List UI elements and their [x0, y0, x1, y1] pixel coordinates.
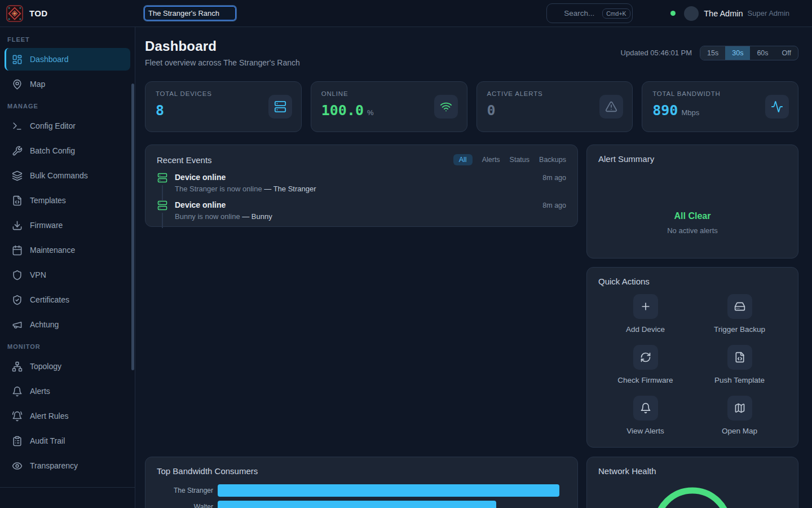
bandwidth-bar	[218, 484, 559, 497]
refresh-option-off[interactable]: Off	[775, 46, 798, 60]
sidebar-item-achtung[interactable]: Achtung	[5, 313, 130, 336]
shield-icon	[12, 270, 23, 281]
event-title: Device online	[175, 200, 226, 209]
server-icon	[274, 100, 286, 113]
sidebar-item-map[interactable]: Map	[5, 73, 130, 95]
stat-card-active-alerts: ACTIVE ALERTS0	[476, 81, 633, 132]
bandwidth-chart: The StrangerWalter	[157, 484, 566, 508]
stat-card-total-bandwidth: TOTAL BANDWIDTH890Mbps	[642, 81, 798, 132]
quick-action-view-alerts[interactable]: View Alerts	[598, 396, 692, 435]
quick-action-push-template[interactable]: Push Template	[692, 345, 787, 384]
event-timeline-line	[162, 185, 163, 200]
sidebar-item-bulk-commands[interactable]: Bulk Commands	[5, 164, 130, 187]
theme-toggle-sun-icon[interactable]	[647, 8, 657, 19]
event-description-text: Bunny is now online	[175, 212, 242, 221]
sidebar-item-label: Achtung	[30, 320, 59, 329]
event-device-name: — The Stranger	[264, 185, 316, 193]
quick-action-label: Add Device	[626, 325, 665, 334]
sidebar-item-templates[interactable]: Templates	[5, 189, 130, 212]
quick-action-trigger-backup[interactable]: Trigger Backup	[692, 294, 787, 334]
event-device-name: — Bunny	[242, 212, 272, 221]
layers-icon	[12, 170, 23, 181]
shield-check-icon	[12, 295, 23, 305]
quick-action-check-firmware[interactable]: Check Firmware	[598, 345, 692, 384]
stat-suffix: %	[367, 108, 374, 117]
sidebar-item-transparency[interactable]: Transparency	[5, 454, 130, 477]
megaphone-icon	[12, 319, 23, 330]
chevron-left-icon	[63, 493, 72, 502]
sidebar-item-config-editor[interactable]: Config Editor	[5, 115, 130, 137]
sidebar-item-label: Alert Rules	[30, 411, 68, 421]
user-icon	[687, 10, 695, 17]
quick-actions-title: Quick Actions	[598, 277, 650, 286]
event-title: Device online	[175, 173, 226, 182]
sidebar-scrollbar[interactable]	[131, 84, 134, 370]
sidebar-item-certificates[interactable]: Certificates	[5, 288, 130, 311]
sidebar-item-firmware[interactable]: Firmware	[5, 214, 130, 237]
network-health-gauge: 100	[598, 484, 787, 508]
quick-action-add-device[interactable]: Add Device	[598, 294, 692, 334]
clipboard-list-icon	[12, 436, 23, 446]
refresh-option-15s[interactable]: 15s	[700, 46, 725, 60]
network-icon	[12, 361, 23, 372]
sidebar-item-maintenance[interactable]: Maintenance	[5, 239, 130, 261]
sidebar-item-audit-trail[interactable]: Audit Trail	[5, 430, 130, 452]
bell-ring-icon	[12, 411, 23, 422]
map-icon	[734, 402, 745, 414]
event-line1: Device online8m ago	[175, 173, 566, 182]
sidebar-collapse-button[interactable]	[0, 487, 135, 508]
recent-events-card: Recent Events AllAlertsStatusBackups Dev…	[145, 144, 578, 227]
quick-action-label: Trigger Backup	[714, 325, 765, 334]
sidebar-section-label-manage: MANAGE	[5, 103, 130, 110]
refresh-option-30s[interactable]: 30s	[725, 46, 750, 60]
sidebar-item-vpn[interactable]: VPN	[5, 264, 130, 286]
quick-action-icon-well	[727, 294, 752, 319]
sidebar-nav: FLEETDashboardMapMANAGEConfig EditorBatc…	[5, 36, 130, 477]
user-name: The Admin	[704, 9, 743, 18]
sidebar-item-topology[interactable]: Topology	[5, 355, 130, 378]
sidebar-item-batch-config[interactable]: Batch Config	[5, 139, 130, 162]
chevron-down-icon	[795, 9, 804, 17]
quick-action-icon-well	[633, 396, 658, 421]
event-tab-alerts[interactable]: Alerts	[482, 156, 500, 164]
event-rail	[157, 173, 167, 200]
chevron-down-icon	[223, 10, 231, 17]
event-row: Device online8m agoThe Stranger is now o…	[157, 173, 566, 200]
user-menu[interactable]: The Admin Super Admin	[699, 9, 804, 18]
stat-icon-well	[599, 95, 623, 119]
bandwidth-device-label: The Stranger	[157, 487, 218, 494]
sidebar-item-label: Bulk Commands	[30, 171, 88, 180]
bandwidth-bar-track	[218, 501, 566, 508]
app-brand: TOD	[0, 5, 135, 22]
event-tab-all[interactable]: All	[453, 154, 473, 165]
bandwidth-device-label: Walter	[157, 503, 218, 508]
eye-icon	[12, 461, 23, 471]
event-body: Device online8m agoBunny is now online —…	[175, 200, 566, 228]
sidebar-item-label: Alerts	[30, 387, 50, 396]
quick-action-label: View Alerts	[626, 427, 664, 435]
recent-events-title: Recent Events	[157, 155, 212, 165]
search-icon	[552, 9, 561, 17]
quick-action-icon-well	[633, 345, 658, 370]
sidebar-item-alerts[interactable]: Alerts	[5, 380, 130, 402]
ranch-selector[interactable]: The Stranger's Ranch	[144, 6, 236, 20]
sidebar-item-dashboard[interactable]: Dashboard	[5, 48, 130, 71]
alert-status-text: All Clear	[674, 211, 711, 221]
search-input[interactable]	[564, 9, 599, 17]
check-circle-icon	[679, 178, 705, 204]
sidebar-item-label: Dashboard	[30, 55, 69, 64]
sidebar-item-alert-rules[interactable]: Alert Rules	[5, 405, 130, 427]
event-description: The Stranger is now online — The Strange…	[175, 185, 566, 193]
server-icon	[157, 173, 167, 183]
avatar[interactable]	[684, 6, 699, 21]
event-tab-status[interactable]: Status	[510, 156, 529, 164]
network-health-card: Network Health 100	[586, 457, 798, 508]
sidebar-item-label: VPN	[30, 270, 46, 279]
event-tab-backups[interactable]: Backups	[539, 156, 566, 164]
alert-summary-title: Alert Summary	[598, 154, 787, 164]
quick-action-open-map[interactable]: Open Map	[692, 396, 787, 435]
refresh-icon	[640, 352, 651, 363]
refresh-option-60s[interactable]: 60s	[750, 46, 775, 60]
app-logo-icon	[6, 5, 23, 22]
search-box[interactable]: Cmd+K	[546, 3, 633, 23]
